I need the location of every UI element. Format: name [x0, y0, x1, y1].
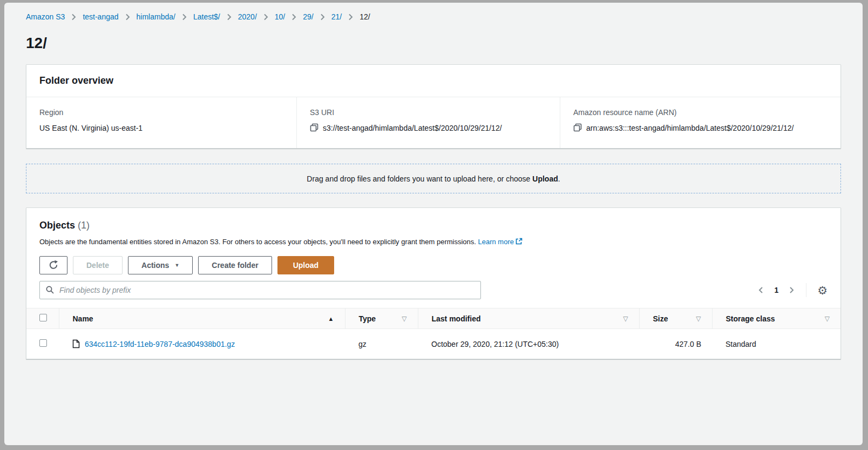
sort-icon: ▽ — [402, 315, 406, 323]
search-icon — [45, 285, 55, 297]
select-all-checkbox[interactable] — [39, 314, 47, 321]
settings-gear-icon[interactable]: ⚙ — [817, 285, 828, 296]
breadcrumb-latest[interactable]: Latest$/ — [193, 12, 220, 21]
current-page-number[interactable]: 1 — [774, 286, 778, 294]
sort-icon: ▽ — [623, 315, 628, 323]
refresh-icon — [49, 260, 58, 271]
table-row: 634cc112-19fd-11eb-9787-dca904938b01.gz … — [26, 329, 840, 359]
column-header-last-modified[interactable]: Last modified▽ — [418, 308, 639, 329]
breadcrumb: Amazon S3 test-angad himlambda/ Latest$/… — [26, 3, 841, 21]
next-page-icon[interactable] — [788, 285, 795, 295]
chevron-right-icon — [182, 14, 187, 21]
learn-more-link[interactable]: Learn more — [478, 238, 514, 246]
object-size: 427.0 B — [639, 329, 712, 359]
page-title: 12/ — [26, 34, 841, 52]
caret-down-icon: ▼ — [174, 263, 179, 268]
folder-overview-card: Folder overview Region US East (N. Virgi… — [26, 64, 841, 149]
breadcrumb-current-12: 12/ — [360, 12, 370, 21]
s3-uri-label: S3 URI — [310, 108, 547, 117]
previous-page-icon[interactable] — [757, 285, 764, 295]
arn-label: Amazon resource name (ARN) — [573, 108, 828, 117]
refresh-button[interactable] — [39, 256, 67, 274]
breadcrumb-amazon-s3[interactable]: Amazon S3 — [26, 12, 65, 21]
sort-icon: ▽ — [696, 315, 701, 323]
breadcrumb-10[interactable]: 10/ — [275, 12, 285, 21]
external-link-icon — [516, 238, 523, 246]
object-name-link[interactable]: 634cc112-19fd-11eb-9787-dca904938b01.gz — [85, 340, 235, 348]
objects-title: Objects (1) — [39, 220, 828, 231]
s3-console-page: Amazon S3 test-angad himlambda/ Latest$/… — [4, 3, 863, 445]
column-header-type[interactable]: Type▽ — [345, 308, 418, 329]
file-icon — [72, 339, 80, 348]
breadcrumb-test-angad[interactable]: test-angad — [83, 12, 118, 21]
region-value: US East (N. Virginia) us-east-1 — [39, 122, 143, 134]
sort-icon: ▽ — [825, 315, 830, 323]
object-last-modified: October 29, 2020, 21:12 (UTC+05:30) — [418, 329, 639, 359]
copy-icon[interactable] — [310, 123, 318, 132]
column-header-storage-class[interactable]: Storage class▽ — [712, 308, 840, 329]
delete-button[interactable]: Delete — [73, 256, 123, 274]
dropzone-upload-word: Upload — [532, 174, 558, 183]
dropzone-text-end: . — [558, 174, 560, 183]
breadcrumb-himlambda[interactable]: himlambda/ — [137, 12, 175, 21]
s3-uri-value: s3://test-angad/himlambda/Latest$/2020/1… — [323, 122, 502, 134]
region-field: Region US East (N. Virginia) us-east-1 — [26, 97, 296, 148]
chevron-right-icon — [263, 14, 268, 21]
chevron-right-icon — [71, 14, 76, 21]
row-checkbox[interactable] — [39, 339, 47, 347]
region-label: Region — [39, 108, 283, 117]
copy-icon[interactable] — [573, 123, 582, 132]
object-type: gz — [345, 329, 418, 359]
folder-overview-header: Folder overview — [26, 65, 840, 97]
sort-ascending-icon: ▲ — [328, 315, 334, 322]
find-objects-input[interactable] — [39, 281, 481, 299]
actions-button[interactable]: Actions ▼ — [128, 256, 193, 274]
objects-table: Name▲ Type▽ Last modified▽ Size▽ Storage — [26, 308, 840, 359]
arn-field: Amazon resource name (ARN) arn:aws:s3:::… — [560, 97, 840, 148]
breadcrumb-2020[interactable]: 2020/ — [238, 12, 257, 21]
column-header-size[interactable]: Size▽ — [639, 308, 712, 329]
create-folder-button[interactable]: Create folder — [198, 256, 272, 274]
objects-description: Objects are the fundamental entities sto… — [39, 238, 828, 246]
objects-count: (1) — [75, 220, 90, 231]
upload-dropzone[interactable]: Drag and drop files and folders you want… — [26, 164, 841, 193]
breadcrumb-29[interactable]: 29/ — [303, 12, 313, 21]
arn-value: arn:aws:s3:::test-angad/himlambda/Latest… — [586, 122, 794, 134]
pagination: 1 — [757, 285, 795, 295]
upload-button[interactable]: Upload — [277, 256, 334, 274]
chevron-right-icon — [320, 14, 325, 21]
objects-card: Objects (1) Objects are the fundamental … — [26, 207, 841, 359]
divider — [806, 283, 806, 297]
dropzone-text: Drag and drop files and folders you want… — [307, 174, 532, 183]
breadcrumb-21[interactable]: 21/ — [331, 12, 342, 21]
folder-overview-title: Folder overview — [39, 75, 828, 86]
chevron-right-icon — [227, 14, 232, 21]
column-header-name[interactable]: Name▲ — [59, 308, 345, 329]
chevron-right-icon — [125, 14, 130, 21]
chevron-right-icon — [348, 14, 353, 21]
chevron-right-icon — [291, 14, 296, 21]
object-storage-class: Standard — [712, 329, 840, 359]
s3-uri-field: S3 URI s3://test-angad/himlambda/Latest$… — [296, 97, 560, 148]
